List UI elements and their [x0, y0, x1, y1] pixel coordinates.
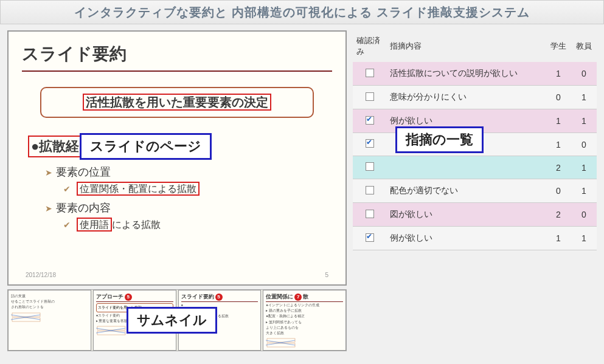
table-row[interactable]: 意味が分かりにくい01	[353, 86, 597, 109]
indication-content: 図が欲しい	[386, 203, 546, 227]
svg-rect-0	[12, 313, 40, 317]
thumbnail-strip[interactable]: 話の支援せることでスライド推敲のされ推敲のヒントをアプローチ5スライド要約を用い…	[7, 289, 347, 351]
title-bar: インタラクティブな要約と 内部構造の可視化による スライド推敲支援システム	[0, 0, 604, 24]
bullet-l1: ●拡散経 スライドのページ	[28, 133, 332, 160]
slide-callout-text: 活性拡散を用いた重要要素の決定	[83, 94, 271, 111]
teacher-count: 0	[571, 133, 597, 156]
thumb-badge: 5	[125, 294, 132, 301]
thumb-diagram	[11, 312, 41, 326]
col-confirmed: 確認済み	[353, 30, 386, 62]
table-row[interactable]: 配色が適切でない01	[353, 179, 597, 203]
thumbnail-item[interactable]: 話の支援せることでスライド推敲のされ推敲のヒントを	[8, 290, 91, 351]
indication-content: 配色が適切でない	[386, 179, 546, 203]
student-count: 1	[546, 133, 571, 156]
student-count: 1	[546, 109, 571, 133]
confirm-checkbox[interactable]	[366, 186, 374, 194]
student-count: 0	[546, 179, 571, 203]
bullet-l3-b-rest: による拡散	[112, 219, 161, 230]
teacher-count: 1	[571, 179, 597, 203]
thumb-title: アプローチ5	[96, 293, 173, 302]
col-content: 指摘内容	[386, 30, 546, 62]
bullet-l2-b: 要素の内容	[45, 201, 332, 215]
bullet-l3-a-text: 位置関係・配置による拡散	[77, 182, 200, 196]
confirm-checkbox[interactable]	[366, 92, 374, 101]
student-count: 1	[546, 227, 571, 250]
svg-rect-1	[12, 318, 40, 321]
bullet-l2-a: 要素の位置	[45, 165, 332, 179]
indication-content: 活性拡散についての説明が欲しい	[386, 62, 546, 86]
svg-rect-9	[267, 343, 295, 347]
thumb-line: 話の支援	[11, 294, 88, 298]
thumb-badge: 5	[215, 294, 223, 301]
teacher-count: 1	[571, 227, 597, 250]
thumb-line: 大きく拡散	[266, 331, 343, 335]
thumb-title: 位置関係に7散	[266, 293, 343, 302]
right-column: 確認済み 指摘内容 学生 教員 活性拡散についての説明が欲しい10意味が分かりに…	[350, 24, 604, 364]
bullet-l3-b-hl: 使用語	[77, 218, 112, 232]
thumb-diagram	[266, 337, 296, 351]
confirm-checkbox[interactable]	[366, 162, 374, 171]
col-student: 学生	[546, 30, 571, 62]
teacher-count: 1	[571, 109, 597, 133]
overlay-indication-list: 指摘の一覧	[395, 126, 484, 153]
thumb-line: ●インデントによるリンクの生成	[266, 303, 343, 307]
svg-rect-4	[97, 326, 125, 330]
thumb-diagram	[96, 325, 127, 340]
thumb-title: スライド要約5	[181, 293, 259, 302]
slide-footer: 2012/12/18 5	[26, 272, 328, 278]
student-count: 2	[546, 156, 571, 179]
bullet-l3-b: 使用語による拡散	[63, 219, 332, 232]
confirm-checkbox[interactable]	[366, 116, 374, 125]
slide-page-number: 5	[325, 272, 328, 278]
indication-content	[386, 156, 546, 179]
confirm-checkbox[interactable]	[366, 210, 374, 218]
student-count: 2	[546, 203, 571, 227]
table-row[interactable]: 例が欲しい11	[353, 227, 597, 250]
thumb-line: より上にあるものを	[266, 326, 343, 330]
teacher-count: 1	[571, 86, 597, 109]
thumb-line: せることでスライド推敲の	[11, 300, 88, 304]
table-row[interactable]: 21	[353, 156, 597, 179]
overlay-thumbnail: サムネイル	[127, 307, 217, 334]
slide-callout-box: 活性拡散を用いた重要要素の決定	[40, 87, 314, 118]
thumb-line: され推敲のヒントを	[11, 305, 88, 309]
bullet-l1-text: ●拡散経	[28, 136, 81, 157]
teacher-count: 0	[571, 203, 597, 227]
confirm-checkbox[interactable]	[366, 69, 374, 77]
thumb-badge: 7	[294, 294, 302, 301]
teacher-count: 1	[571, 156, 597, 179]
thumb-line: ▸ 並列関係であっても	[266, 320, 343, 325]
student-count: 0	[546, 86, 571, 109]
thumb-line: ●配置・装飾による補正	[266, 314, 343, 318]
col-teacher: 教員	[571, 30, 597, 62]
table-row[interactable]: 図が欲しい20	[353, 203, 597, 227]
indication-content: 意味が分かりにくい	[386, 86, 546, 109]
svg-rect-5	[97, 331, 125, 335]
slide-preview[interactable]: スライド要約 活性拡散を用いた重要要素の決定 ●拡散経 スライドのページ 要素の…	[7, 30, 347, 286]
slide-title: スライド要約	[22, 43, 332, 72]
confirm-checkbox[interactable]	[366, 233, 374, 242]
table-row[interactable]: 活性拡散についての説明が欲しい10	[353, 62, 597, 86]
indication-content: 例が欲しい	[386, 227, 546, 250]
thumb-line: ▸ 親の重みを子に拡散	[266, 309, 343, 313]
overlay-slide-page: スライドのページ	[80, 133, 212, 160]
thumbnail-item[interactable]: 位置関係に7散●インデントによるリンクの生成▸ 親の重みを子に拡散●配置・装飾に…	[263, 290, 346, 351]
confirm-checkbox[interactable]	[366, 139, 374, 148]
student-count: 1	[546, 62, 571, 86]
left-column: スライド要約 活性拡散を用いた重要要素の決定 ●拡散経 スライドのページ 要素の…	[0, 24, 350, 364]
slide-date: 2012/12/18	[26, 272, 56, 278]
app-title: インタラクティブな要約と 内部構造の可視化による スライド推敲支援システム	[74, 4, 529, 21]
bullet-l3-a: 位置関係・配置による拡散	[63, 183, 332, 196]
teacher-count: 0	[571, 62, 597, 86]
slide-bullets: ●拡散経 スライドのページ 要素の位置 位置関係・配置による拡散 要素の内容 使…	[28, 133, 332, 232]
main-area: スライド要約 活性拡散を用いた重要要素の決定 ●拡散経 スライドのページ 要素の…	[0, 24, 604, 364]
svg-rect-8	[267, 338, 295, 342]
